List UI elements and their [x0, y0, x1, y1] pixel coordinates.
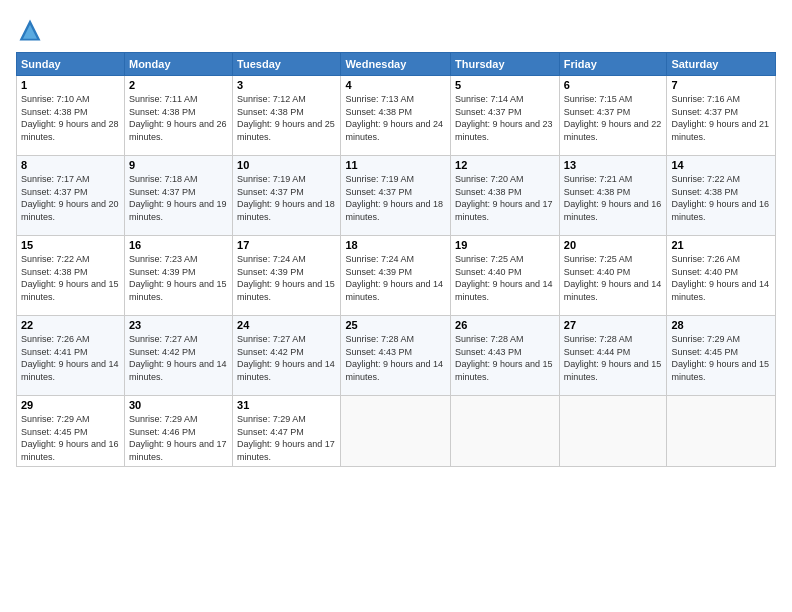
day-number: 6 — [564, 79, 663, 91]
sunset: Sunset: 4:37 PM — [564, 107, 631, 117]
sunset: Sunset: 4:39 PM — [345, 267, 412, 277]
daylight: Daylight: 9 hours and 17 minutes. — [455, 199, 553, 222]
calendar-cell: 18 Sunrise: 7:24 AM Sunset: 4:39 PM Dayl… — [341, 236, 451, 316]
day-number: 7 — [671, 79, 771, 91]
calendar-cell: 30 Sunrise: 7:29 AM Sunset: 4:46 PM Dayl… — [124, 396, 232, 467]
calendar-cell: 10 Sunrise: 7:19 AM Sunset: 4:37 PM Dayl… — [233, 156, 341, 236]
calendar-week-1: 1 Sunrise: 7:10 AM Sunset: 4:38 PM Dayli… — [17, 76, 776, 156]
day-info: Sunrise: 7:23 AM Sunset: 4:39 PM Dayligh… — [129, 253, 228, 303]
sunset: Sunset: 4:37 PM — [345, 187, 412, 197]
sunset: Sunset: 4:38 PM — [564, 187, 631, 197]
day-number: 8 — [21, 159, 120, 171]
day-number: 11 — [345, 159, 446, 171]
sunset: Sunset: 4:38 PM — [129, 107, 196, 117]
logo-area — [16, 16, 48, 44]
day-info: Sunrise: 7:22 AM Sunset: 4:38 PM Dayligh… — [21, 253, 120, 303]
day-info: Sunrise: 7:26 AM Sunset: 4:40 PM Dayligh… — [671, 253, 771, 303]
calendar-cell: 28 Sunrise: 7:29 AM Sunset: 4:45 PM Dayl… — [667, 316, 776, 396]
sunrise: Sunrise: 7:10 AM — [21, 94, 90, 104]
calendar-week-5: 29 Sunrise: 7:29 AM Sunset: 4:45 PM Dayl… — [17, 396, 776, 467]
sunset: Sunset: 4:37 PM — [21, 187, 88, 197]
sunset: Sunset: 4:40 PM — [564, 267, 631, 277]
calendar-week-3: 15 Sunrise: 7:22 AM Sunset: 4:38 PM Dayl… — [17, 236, 776, 316]
daylight: Daylight: 9 hours and 15 minutes. — [129, 279, 227, 302]
daylight: Daylight: 9 hours and 22 minutes. — [564, 119, 662, 142]
day-info: Sunrise: 7:13 AM Sunset: 4:38 PM Dayligh… — [345, 93, 446, 143]
day-info: Sunrise: 7:25 AM Sunset: 4:40 PM Dayligh… — [455, 253, 555, 303]
sunset: Sunset: 4:44 PM — [564, 347, 631, 357]
logo-icon — [16, 16, 44, 44]
header-thursday: Thursday — [451, 53, 560, 76]
daylight: Daylight: 9 hours and 21 minutes. — [671, 119, 769, 142]
calendar-cell: 14 Sunrise: 7:22 AM Sunset: 4:38 PM Dayl… — [667, 156, 776, 236]
daylight: Daylight: 9 hours and 14 minutes. — [671, 279, 769, 302]
calendar-page: SundayMondayTuesdayWednesdayThursdayFrid… — [0, 0, 792, 612]
day-number: 22 — [21, 319, 120, 331]
header-tuesday: Tuesday — [233, 53, 341, 76]
day-info: Sunrise: 7:29 AM Sunset: 4:45 PM Dayligh… — [671, 333, 771, 383]
calendar-week-4: 22 Sunrise: 7:26 AM Sunset: 4:41 PM Dayl… — [17, 316, 776, 396]
day-info: Sunrise: 7:29 AM Sunset: 4:47 PM Dayligh… — [237, 413, 336, 463]
calendar-cell: 29 Sunrise: 7:29 AM Sunset: 4:45 PM Dayl… — [17, 396, 125, 467]
daylight: Daylight: 9 hours and 15 minutes. — [237, 279, 335, 302]
calendar-cell: 25 Sunrise: 7:28 AM Sunset: 4:43 PM Dayl… — [341, 316, 451, 396]
day-info: Sunrise: 7:15 AM Sunset: 4:37 PM Dayligh… — [564, 93, 663, 143]
header-monday: Monday — [124, 53, 232, 76]
sunrise: Sunrise: 7:16 AM — [671, 94, 740, 104]
calendar-cell: 2 Sunrise: 7:11 AM Sunset: 4:38 PM Dayli… — [124, 76, 232, 156]
calendar-cell: 7 Sunrise: 7:16 AM Sunset: 4:37 PM Dayli… — [667, 76, 776, 156]
sunrise: Sunrise: 7:14 AM — [455, 94, 524, 104]
calendar-cell: 4 Sunrise: 7:13 AM Sunset: 4:38 PM Dayli… — [341, 76, 451, 156]
header-saturday: Saturday — [667, 53, 776, 76]
daylight: Daylight: 9 hours and 18 minutes. — [345, 199, 443, 222]
daylight: Daylight: 9 hours and 16 minutes. — [21, 439, 119, 462]
day-number: 2 — [129, 79, 228, 91]
header-sunday: Sunday — [17, 53, 125, 76]
day-info: Sunrise: 7:27 AM Sunset: 4:42 PM Dayligh… — [129, 333, 228, 383]
sunrise: Sunrise: 7:28 AM — [345, 334, 414, 344]
day-number: 12 — [455, 159, 555, 171]
day-info: Sunrise: 7:29 AM Sunset: 4:46 PM Dayligh… — [129, 413, 228, 463]
sunrise: Sunrise: 7:25 AM — [455, 254, 524, 264]
day-info: Sunrise: 7:20 AM Sunset: 4:38 PM Dayligh… — [455, 173, 555, 223]
sunrise: Sunrise: 7:25 AM — [564, 254, 633, 264]
calendar-cell — [451, 396, 560, 467]
daylight: Daylight: 9 hours and 25 minutes. — [237, 119, 335, 142]
day-info: Sunrise: 7:29 AM Sunset: 4:45 PM Dayligh… — [21, 413, 120, 463]
day-number: 13 — [564, 159, 663, 171]
sunrise: Sunrise: 7:24 AM — [237, 254, 306, 264]
day-info: Sunrise: 7:25 AM Sunset: 4:40 PM Dayligh… — [564, 253, 663, 303]
day-number: 21 — [671, 239, 771, 251]
header — [16, 16, 776, 44]
day-info: Sunrise: 7:27 AM Sunset: 4:42 PM Dayligh… — [237, 333, 336, 383]
daylight: Daylight: 9 hours and 14 minutes. — [21, 359, 119, 382]
calendar-cell: 12 Sunrise: 7:20 AM Sunset: 4:38 PM Dayl… — [451, 156, 560, 236]
sunrise: Sunrise: 7:26 AM — [671, 254, 740, 264]
calendar-cell: 21 Sunrise: 7:26 AM Sunset: 4:40 PM Dayl… — [667, 236, 776, 316]
sunrise: Sunrise: 7:28 AM — [564, 334, 633, 344]
sunset: Sunset: 4:38 PM — [345, 107, 412, 117]
day-number: 5 — [455, 79, 555, 91]
sunrise: Sunrise: 7:23 AM — [129, 254, 198, 264]
sunset: Sunset: 4:42 PM — [237, 347, 304, 357]
day-info: Sunrise: 7:17 AM Sunset: 4:37 PM Dayligh… — [21, 173, 120, 223]
day-info: Sunrise: 7:18 AM Sunset: 4:37 PM Dayligh… — [129, 173, 228, 223]
day-number: 29 — [21, 399, 120, 411]
day-number: 9 — [129, 159, 228, 171]
sunrise: Sunrise: 7:15 AM — [564, 94, 633, 104]
calendar-cell: 8 Sunrise: 7:17 AM Sunset: 4:37 PM Dayli… — [17, 156, 125, 236]
calendar-cell: 15 Sunrise: 7:22 AM Sunset: 4:38 PM Dayl… — [17, 236, 125, 316]
calendar-cell: 20 Sunrise: 7:25 AM Sunset: 4:40 PM Dayl… — [559, 236, 667, 316]
day-info: Sunrise: 7:28 AM Sunset: 4:43 PM Dayligh… — [345, 333, 446, 383]
daylight: Daylight: 9 hours and 17 minutes. — [129, 439, 227, 462]
calendar-cell: 6 Sunrise: 7:15 AM Sunset: 4:37 PM Dayli… — [559, 76, 667, 156]
sunset: Sunset: 4:46 PM — [129, 427, 196, 437]
sunrise: Sunrise: 7:29 AM — [237, 414, 306, 424]
day-info: Sunrise: 7:21 AM Sunset: 4:38 PM Dayligh… — [564, 173, 663, 223]
daylight: Daylight: 9 hours and 15 minutes. — [564, 359, 662, 382]
daylight: Daylight: 9 hours and 14 minutes. — [345, 359, 443, 382]
day-info: Sunrise: 7:26 AM Sunset: 4:41 PM Dayligh… — [21, 333, 120, 383]
daylight: Daylight: 9 hours and 15 minutes. — [671, 359, 769, 382]
sunset: Sunset: 4:45 PM — [21, 427, 88, 437]
sunset: Sunset: 4:39 PM — [129, 267, 196, 277]
